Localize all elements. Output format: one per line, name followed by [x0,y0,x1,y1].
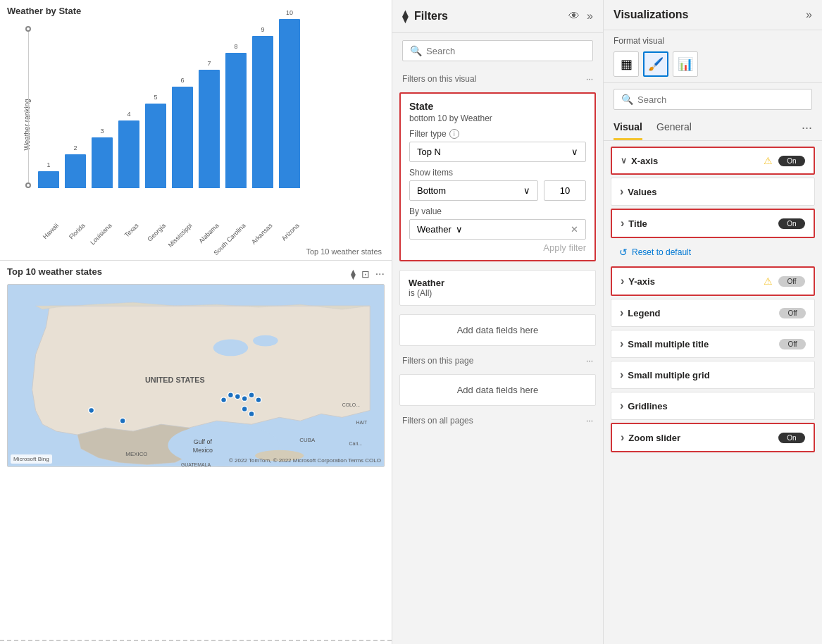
svg-text:Mexico: Mexico [193,447,213,454]
filters-all-pages-more[interactable]: ··· [586,416,593,426]
filters-page-more[interactable]: ··· [586,356,593,366]
viz-tabs: Visual General ··· [604,116,822,141]
svg-point-18 [120,418,125,423]
chart-section: Weather by State Weather ranking 1Hawaii… [0,0,392,261]
show-items-direction-select[interactable]: Bottom ∨ [409,180,538,201]
viz-expand-icon[interactable]: » [806,8,812,21]
y-circle-bottom [25,182,31,188]
svg-text:CUBA: CUBA [299,437,316,443]
svg-point-27 [89,407,94,413]
reset-to-default-row[interactable]: ↺ Reset to default [611,241,815,264]
bar-item: 1Hawaii [38,171,59,188]
title-chevron-icon [621,217,624,230]
left-panel: Weather by State Weather ranking 1Hawaii… [0,0,392,644]
more-toolbar-icon[interactable]: ··· [375,268,385,280]
svg-point-19 [221,397,227,403]
viz-search-input[interactable] [637,94,804,105]
y-axis-row[interactable]: Y-axis ⚠ Off [611,266,815,296]
viz-panel: Visualizations » Format visual ▦ 🖌️ 📊 🔍 … [604,0,822,644]
svg-point-23 [249,392,254,398]
info-icon: i [449,129,459,139]
tab-more-icon[interactable]: ··· [802,120,812,135]
add-data-fields-page[interactable]: Add data fields here [399,374,596,406]
small-multiple-grid-chevron-icon [620,369,623,381]
values-row[interactable]: Values [611,178,815,206]
map-copyright: © 2022 TomTom, © 2022 Microsoft Corporat… [229,457,381,464]
gridlines-row[interactable]: Gridlines [611,392,815,420]
filter-card-subtitle: bottom 10 by Weather [409,113,586,123]
search-icon: 🔍 [410,45,422,56]
weather-filter-value: is (All) [409,288,587,298]
y-axis-toggle[interactable]: Off [778,276,805,287]
map-svg: UNITED STATES Gulf of Mexico MEXICO GUAT… [8,285,384,466]
legend-toggle[interactable]: Off [779,308,806,318]
viz-format-label: Format visual [614,36,812,46]
weather-filter-card: Weather is (All) [399,270,596,306]
x-axis-chevron-icon [621,156,627,166]
map-title: Top 10 weather states [7,266,102,277]
zoom-slider-chevron-icon [621,431,624,444]
reset-icon: ↺ [619,247,628,258]
y-axis-chevron-icon [621,275,624,287]
filters-panel: ⧫ Filters 👁 » 🔍 Filters on this visual ·… [392,0,604,644]
filters-on-visual-label: Filters on this visual ··· [392,68,603,88]
chart-title: Weather by State [7,6,385,16]
filter-toolbar-icon[interactable]: ⧫ [351,268,356,280]
bar-item: 2Florida [65,154,86,188]
y-circle-top [25,26,31,32]
chart-subtitle: Top 10 weather states [306,247,382,256]
apply-filter-button[interactable]: Apply filter [409,240,586,253]
paint-icon-btn[interactable]: 🖌️ [643,51,668,77]
bar-item: 9Arkansas [252,36,273,188]
svg-text:GUATEMALA: GUATEMALA [181,462,211,466]
dashed-divider [0,640,392,641]
expand-toolbar-icon[interactable]: ⊡ [361,268,370,280]
viz-header: Visualizations » [604,0,822,30]
values-chevron-icon [620,185,623,198]
svg-point-21 [235,394,240,400]
filter-type-dropdown[interactable]: Top N ∨ [409,142,586,162]
map-toolbar: ⧫ ⊡ ··· [351,268,385,280]
collapse-icon[interactable]: » [587,10,593,23]
filters-on-page-label: Filters on this page ··· [392,350,603,370]
svg-point-4 [213,340,248,357]
legend-row[interactable]: Legend Off [611,299,815,327]
tab-general[interactable]: General [656,116,692,140]
zoom-slider-row[interactable]: Zoom slider On [611,423,815,452]
small-multiple-title-toggle[interactable]: Off [779,339,806,349]
show-items-label: Show items [409,168,586,178]
by-value-select[interactable]: Weather ∨ ✕ [409,219,586,240]
map-container: UNITED STATES Gulf of Mexico MEXICO GUAT… [7,284,385,467]
title-row[interactable]: Title On [611,209,815,238]
filters-search-box[interactable]: 🔍 [402,40,593,61]
legend-chevron-icon [620,306,623,319]
small-multiple-grid-row[interactable]: Small multiple grid [611,361,815,389]
zoom-slider-toggle[interactable]: On [778,433,805,443]
dropdown-arrow-icon: ∨ [571,147,578,157]
analytics-icon-btn[interactable]: 📊 [673,51,698,77]
bar-item: 3Louisiana [92,137,113,188]
bar-item: 4Texas [118,120,139,188]
add-data-fields-visual[interactable]: Add data fields here [399,314,596,346]
filters-header-icons: 👁 » [568,10,593,23]
tab-visual[interactable]: Visual [614,116,642,140]
title-toggle[interactable]: On [778,218,805,229]
x-axis-row[interactable]: X-axis ⚠ On [611,147,815,175]
by-value-clear-icon[interactable]: ✕ [571,224,578,235]
filters-visual-more[interactable]: ··· [586,74,593,84]
viz-search-box[interactable]: 🔍 [614,89,812,110]
eye-icon[interactable]: 👁 [568,10,580,23]
x-axis-toggle[interactable]: On [778,156,805,166]
weather-filter-title: Weather [409,278,587,288]
bar-item: 10Arizona [279,19,300,188]
show-items-count-input[interactable] [544,180,586,201]
filter-funnel-icon: ⧫ [402,8,409,24]
y-axis-circles [25,26,31,188]
filters-title-area: ⧫ Filters [402,8,448,24]
small-multiple-title-row[interactable]: Small multiple title Off [611,330,815,358]
viz-icons-row: ▦ 🖌️ 📊 [614,51,812,77]
filters-search-input[interactable] [426,46,585,56]
small-multiple-title-chevron-icon [620,338,623,350]
grid-icon-btn[interactable]: ▦ [614,51,639,77]
svg-point-22 [242,396,247,402]
